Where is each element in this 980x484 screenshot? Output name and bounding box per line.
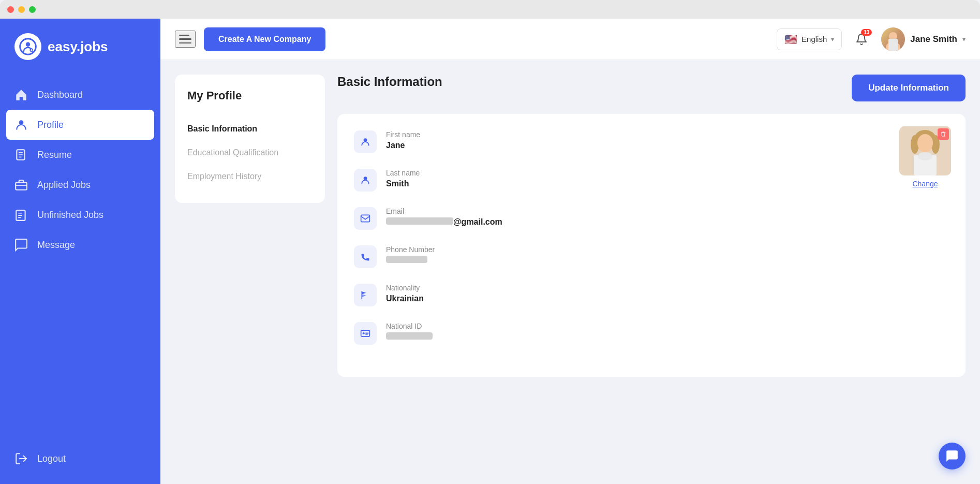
user-icon-last: [354, 169, 377, 192]
svg-point-27: [918, 152, 932, 160]
main-content: Create A New Company 🇺🇸 English ▾ 13: [160, 19, 980, 484]
resume-icon: [14, 148, 28, 162]
briefcase-icon: [14, 178, 28, 192]
svg-rect-19: [888, 39, 898, 51]
profile-photo-area: Change: [899, 126, 951, 188]
profile-photo: [899, 126, 951, 175]
menu-line-1: [179, 35, 189, 36]
first-name-content: First name Jane: [386, 130, 420, 150]
profile-menu-basic-info[interactable]: Basic Information: [187, 117, 313, 141]
user-avatar: [881, 27, 905, 51]
national-id-value: [386, 332, 433, 342]
create-company-button[interactable]: Create A New Company: [204, 27, 325, 51]
photo-change-link[interactable]: Change: [912, 180, 938, 188]
email-redacted: [386, 217, 453, 225]
sidebar: easy.jobs Dashboard: [0, 19, 160, 484]
phone-field: Phone Number: [354, 245, 949, 268]
svg-point-25: [917, 134, 933, 152]
sidebar-item-label-profile: Profile: [37, 120, 64, 130]
phone-redacted: [386, 256, 427, 263]
sidebar-item-dashboard[interactable]: Dashboard: [0, 80, 160, 110]
profile-header: Basic Information Update Information: [337, 75, 966, 101]
logout-icon: [14, 452, 28, 465]
sidebar-item-label-message: Message: [37, 240, 75, 251]
id-icon: [354, 322, 377, 345]
phone-content: Phone Number: [386, 245, 435, 265]
last-name-label: Last name: [386, 169, 420, 177]
svg-rect-10: [16, 183, 27, 190]
first-name-value: Jane: [386, 141, 420, 150]
notifications-button[interactable]: 13: [850, 28, 873, 51]
user-chevron-icon: ▾: [962, 36, 966, 43]
nationality-label: Nationality: [386, 284, 424, 292]
phone-label: Phone Number: [386, 245, 435, 254]
message-icon: [14, 238, 28, 252]
trash-icon: [940, 131, 946, 137]
email-icon: [354, 207, 377, 230]
menu-line-2: [179, 38, 191, 40]
national-id-label: National ID: [386, 322, 433, 330]
national-id-redacted: [386, 332, 433, 340]
menu-toggle-button[interactable]: [175, 31, 196, 48]
language-selector[interactable]: 🇺🇸 English ▾: [777, 28, 842, 50]
sidebar-item-applied-jobs[interactable]: Applied Jobs: [0, 170, 160, 200]
sidebar-item-message[interactable]: Message: [0, 230, 160, 260]
national-id-field: National ID: [354, 322, 949, 345]
sidebar-item-label-resume: Resume: [37, 150, 72, 160]
last-name-value: Smith: [386, 179, 420, 188]
nationality-value: Ukrainian: [386, 294, 424, 303]
profile-menu-edu[interactable]: Educational Qualification: [187, 141, 313, 165]
chat-button[interactable]: [939, 443, 966, 470]
close-btn[interactable]: [7, 6, 14, 13]
sidebar-item-profile[interactable]: Profile: [6, 110, 154, 140]
photo-delete-button[interactable]: [938, 128, 949, 140]
menu-line-3: [179, 42, 191, 44]
email-content: Email @gmail.com: [386, 207, 502, 227]
minimize-btn[interactable]: [18, 6, 25, 13]
update-information-button[interactable]: Update Information: [852, 75, 966, 101]
first-name-field: First name Jane: [354, 130, 949, 153]
sidebar-logout: Logout: [0, 433, 160, 484]
profile-menu-emp[interactable]: Employment History: [187, 165, 313, 188]
section-title: Basic Information: [337, 75, 442, 89]
last-name-field: Last name Smith: [354, 169, 949, 192]
unfinished-icon: [14, 208, 28, 222]
sidebar-item-resume[interactable]: Resume: [0, 140, 160, 170]
my-profile-title: My Profile: [187, 89, 313, 102]
nationality-content: Nationality Ukrainian: [386, 284, 424, 303]
sidebar-item-unfinished-jobs[interactable]: Unfinished Jobs: [0, 200, 160, 230]
svg-point-29: [364, 177, 367, 180]
email-value: @gmail.com: [386, 217, 502, 227]
sidebar-item-label-dashboard: Dashboard: [37, 90, 83, 100]
user-icon-first: [354, 130, 377, 153]
svg-point-1: [26, 42, 31, 47]
logout-btn[interactable]: Logout: [0, 444, 160, 474]
header: Create A New Company 🇺🇸 English ▾ 13: [160, 19, 980, 60]
profile-sidebar-card: My Profile Basic Information Educational…: [175, 75, 325, 203]
flag-field-icon: [354, 284, 377, 306]
app-container: easy.jobs Dashboard: [0, 19, 980, 484]
svg-point-28: [364, 138, 367, 142]
sidebar-item-label-applied-jobs: Applied Jobs: [37, 180, 91, 190]
sidebar-nav: Dashboard Profile: [0, 75, 160, 433]
user-menu[interactable]: Jane Smith ▾: [881, 27, 966, 51]
logo-text: easy.jobs: [48, 39, 108, 55]
profile-content-card: Change First name Jane: [337, 114, 966, 377]
phone-icon: [354, 245, 377, 268]
language-label: English: [801, 35, 827, 43]
sidebar-logo: easy.jobs: [0, 19, 160, 75]
nationality-field: Nationality Ukrainian: [354, 284, 949, 306]
logout-label: Logout: [37, 453, 66, 464]
profile-icon: [14, 118, 28, 131]
email-field: Email @gmail.com: [354, 207, 949, 230]
logo-icon: [14, 33, 41, 60]
svg-point-5: [19, 120, 24, 125]
profile-main: Basic Information Update Information: [337, 75, 966, 470]
window-chrome: [0, 0, 980, 19]
flag-icon: 🇺🇸: [784, 33, 797, 46]
home-icon: [14, 88, 28, 101]
chevron-down-icon: ▾: [831, 36, 834, 43]
last-name-content: Last name Smith: [386, 169, 420, 188]
svg-point-32: [363, 332, 365, 334]
maximize-btn[interactable]: [29, 6, 36, 13]
